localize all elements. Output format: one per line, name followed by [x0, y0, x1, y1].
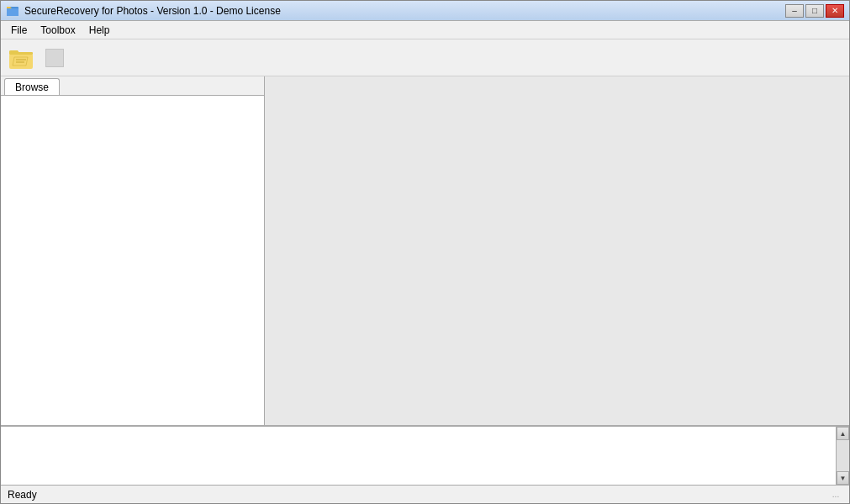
resize-grip: ...	[829, 488, 842, 501]
log-area: ▲ ▼	[1, 426, 849, 485]
status-bar: Ready ...	[1, 485, 849, 503]
left-panel-tab-bar: Browse	[1, 76, 264, 95]
status-text: Ready	[8, 489, 37, 501]
menu-file[interactable]: File	[4, 23, 34, 38]
app-icon	[6, 4, 19, 18]
right-panel	[265, 76, 849, 425]
window-title: SecureRecovery for Photos - Version 1.0 …	[24, 5, 281, 17]
close-button[interactable]: ✕	[826, 4, 844, 18]
menu-help[interactable]: Help	[82, 23, 117, 38]
browse-tab[interactable]: Browse	[4, 78, 60, 95]
title-bar-left: SecureRecovery for Photos - Version 1.0 …	[6, 4, 281, 18]
minimize-button[interactable]: –	[785, 4, 804, 18]
title-bar: SecureRecovery for Photos - Version 1.0 …	[1, 1, 849, 21]
left-panel: Browse	[1, 76, 265, 425]
gray-square-icon	[45, 49, 64, 67]
log-scrollbar: ▲ ▼	[836, 427, 849, 485]
scroll-track	[837, 440, 849, 471]
menu-toolbox[interactable]: Toolbox	[34, 23, 82, 38]
menu-bar: File Toolbox Help	[1, 21, 849, 39]
scroll-up-button[interactable]: ▲	[837, 427, 849, 440]
scroll-down-button[interactable]: ▼	[837, 471, 849, 485]
title-bar-controls: – □ ✕	[785, 4, 844, 18]
content-panels: Browse	[1, 76, 849, 426]
open-folder-button[interactable]	[6, 43, 36, 73]
second-toolbar-button[interactable]	[40, 43, 70, 73]
open-folder-icon	[8, 45, 34, 71]
browse-panel-body	[1, 95, 264, 425]
main-window: SecureRecovery for Photos - Version 1.0 …	[0, 0, 850, 504]
svg-rect-4	[9, 52, 33, 55]
main-content: Browse ▲ ▼	[1, 76, 849, 485]
toolbar	[1, 39, 849, 76]
maximize-button[interactable]: □	[805, 4, 824, 18]
svg-rect-1	[7, 8, 18, 16]
